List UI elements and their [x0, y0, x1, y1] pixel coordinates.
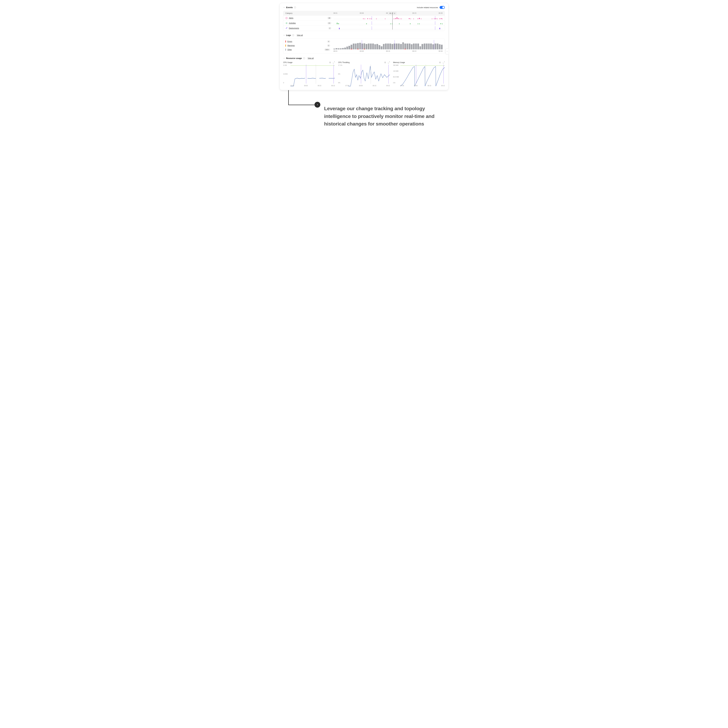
chevron-down-icon[interactable]	[283, 6, 285, 8]
expand-icon[interactable]	[388, 61, 390, 63]
swatch-red-icon	[285, 40, 286, 43]
memory-usage-plot[interactable]: 200 MiB134 MiB66.8 MiB0 B 07:5808:0608:1…	[393, 65, 445, 87]
help-icon[interactable]: ?	[294, 6, 296, 8]
events-header-row: Category 08:01 08:08 08:16 08:23 08:30 0…	[283, 11, 445, 15]
pin-icon[interactable]	[384, 61, 386, 63]
activities-label[interactable]: Activities	[289, 22, 296, 24]
logs-card: Errors 4 Warnings 0 Other 999+ 08:01 08:…	[283, 38, 445, 54]
chart-memory-usage: Memory Usage 200 MiB134 MiB66.8 MiB0 B	[393, 61, 445, 87]
resource-view-all-link[interactable]: View all	[307, 57, 314, 59]
category-header: Category	[285, 12, 333, 14]
cpu-usage-title: CPU Usage	[283, 61, 292, 63]
svg-marker-4	[286, 23, 287, 23]
deployments-count: 2	[328, 27, 331, 29]
resource-section-header: Resource usage ? View all	[283, 57, 445, 60]
expand-icon[interactable]	[333, 61, 335, 63]
resource-grid: CPU Usage 0.1000.03500	[283, 61, 445, 87]
activities-count: 21	[327, 22, 331, 24]
callout-text: Leverage our change tracking and topolog…	[324, 105, 438, 128]
logs-row-other: Other 999+	[285, 49, 333, 51]
chevron-down-icon[interactable]	[283, 34, 285, 36]
callout-connector-line	[280, 90, 448, 105]
logs-row-warnings: Warnings 0	[285, 44, 333, 47]
logs-legend: Errors 4 Warnings 0 Other 999+	[285, 40, 333, 52]
alerts-label[interactable]: Alerts	[289, 17, 294, 19]
help-icon[interactable]: ?	[292, 34, 294, 36]
warnings-label[interactable]: Warnings	[288, 44, 295, 47]
deployments-track[interactable]	[333, 27, 443, 30]
chart-cpu-throttling: CPU Throttling 17.1%6%0% 07:5808:0608:15…	[338, 61, 390, 87]
activities-track[interactable]	[333, 21, 443, 25]
events-card: Category 08:01 08:08 08:16 08:23 08:30 0…	[283, 11, 445, 31]
include-related-toggle-wrap: Include related resources	[417, 6, 445, 9]
memory-usage-title: Memory Usage	[393, 61, 405, 63]
logs-section-header: Logs ? View all	[283, 34, 445, 37]
logs-view-all-link[interactable]: View all	[297, 34, 303, 36]
chevron-down-icon[interactable]	[283, 57, 285, 59]
events-row-alerts: Alerts 26	[283, 15, 445, 21]
events-row-deployments: Deployments 2	[283, 26, 445, 31]
logs-title: Logs	[286, 34, 291, 37]
callout-row: Leverage our change tracking and topolog…	[280, 105, 448, 128]
other-count: 999+	[324, 49, 330, 51]
pin-icon[interactable]	[329, 61, 331, 63]
cpu-throttling-title: CPU Throttling	[338, 61, 349, 63]
logs-time-ticks: 08:01 08:08 08:16 08:23 08:30	[333, 50, 443, 52]
expand-icon[interactable]	[443, 61, 445, 63]
svg-point-5	[286, 28, 287, 28]
events-row-activities: Activities 21	[283, 21, 445, 26]
logs-histogram[interactable]: 08:01 08:08 08:16 08:23 08:30	[333, 40, 443, 52]
dashboard-card: Events ? Include related resources Categ…	[280, 3, 448, 90]
errors-count: 4	[327, 40, 330, 43]
include-related-label: Include related resources	[417, 6, 438, 9]
swatch-grey-icon	[285, 49, 286, 50]
help-icon[interactable]: ?	[303, 57, 305, 59]
alerts-count: 26	[327, 17, 331, 19]
events-time-ticks: 08:01 08:08 08:16 08:23 08:30	[333, 12, 443, 14]
other-label[interactable]: Other	[288, 49, 292, 50]
pin-icon[interactable]	[439, 61, 441, 63]
activity-icon	[285, 22, 288, 24]
events-title: Events	[286, 6, 293, 9]
warnings-count: 0	[327, 44, 330, 47]
side-panel-collapse-tab[interactable]	[445, 49, 448, 54]
rocket-icon	[285, 27, 288, 29]
resource-title: Resource usage	[286, 57, 302, 60]
cpu-throttling-plot[interactable]: 17.1%6%0% 07:5808:0608:1508:32	[338, 65, 390, 87]
alerts-track[interactable]	[333, 17, 443, 20]
events-section-header: Events ? Include related resources	[283, 6, 445, 9]
cpu-usage-plot[interactable]: 0.1000.03500 07:5808:0608:1508:32	[283, 65, 335, 87]
alert-icon	[285, 17, 288, 19]
errors-label[interactable]: Errors	[288, 40, 292, 43]
chart-cpu-usage: CPU Usage 0.1000.03500	[283, 61, 335, 87]
include-related-toggle[interactable]	[440, 6, 445, 9]
deployments-label[interactable]: Deployments	[289, 27, 299, 29]
swatch-orange-icon	[285, 44, 286, 47]
logs-row-errors: Errors 4	[285, 40, 333, 43]
